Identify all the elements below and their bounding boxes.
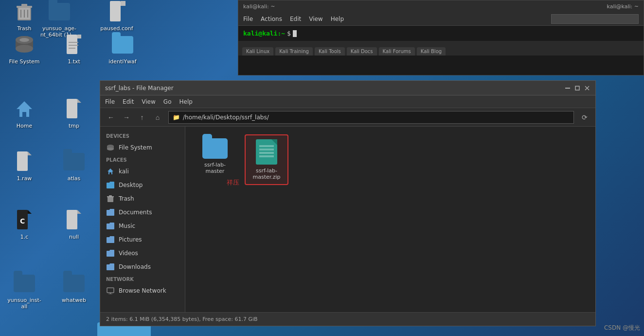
svg-rect-9 — [121, 1, 125, 6]
terminal-window: kali@kali: ~ kali@kali: ~ File Actions E… — [238, 0, 644, 75]
sidebar-item-filesystem[interactable]: File System — [100, 141, 185, 154]
terminal-menu-actions[interactable]: Actions — [261, 16, 282, 22]
terminal-search[interactable] — [551, 14, 639, 24]
desktop-icon-identiywaf[interactable]: identiYwaf — [103, 33, 142, 65]
terminal-tab-5[interactable]: Kali Blog — [417, 47, 446, 56]
sidebar-item-documents[interactable]: Documents — [100, 205, 185, 219]
file-manager-window: ssrf_labs - File Manager File Edit View … — [100, 80, 596, 326]
folder-icon — [106, 181, 115, 189]
terminal-menu-edit[interactable]: Edit — [290, 16, 301, 22]
desktop-icon-txt1[interactable]: 1.txt — [54, 33, 93, 65]
fm-titlebar: ssrf_labs - File Manager — [100, 81, 595, 95]
desktop-icon-raw1[interactable]: 1.raw — [5, 150, 44, 182]
svg-rect-24 — [17, 151, 28, 171]
sidebar-pictures-label: Pictures — [119, 236, 142, 243]
desktop-icon-null[interactable]: null — [54, 208, 93, 240]
file-item-ssrf-lab-master-zip[interactable]: ssrf-lab-master.zip — [245, 134, 288, 185]
desktop-icon-filesystem[interactable]: File System — [5, 33, 44, 65]
fm-menu-go[interactable]: Go — [163, 98, 172, 105]
fm-menu-help[interactable]: Help — [179, 98, 192, 105]
fm-maximize-button[interactable] — [574, 85, 581, 92]
svg-rect-17 — [77, 35, 81, 38]
watermark: CSDN @慢光 — [604, 324, 640, 332]
documents-folder-icon — [106, 208, 115, 217]
sidebar-item-downloads[interactable]: Downloads — [100, 260, 185, 274]
terminal-prompt: kali@kali:~ — [243, 30, 285, 37]
file-item-ssrf-lab-master[interactable]: ssrf-lab-master — [193, 134, 237, 185]
svg-rect-3 — [21, 4, 27, 6]
sidebar-documents-label: Documents — [119, 209, 152, 216]
sidebar-item-trash[interactable]: Trash — [100, 192, 185, 205]
svg-marker-38 — [107, 168, 113, 174]
sidebar-network-title: NETWORK — [100, 274, 185, 284]
terminal-body: kali@kali:~ $ — [238, 26, 644, 41]
terminal-tab-1[interactable]: Kali Training — [275, 47, 313, 56]
fm-minimize-button[interactable] — [564, 85, 571, 92]
fm-back-button[interactable]: ← — [104, 111, 118, 124]
fm-sidebar: DEVICES File System PLACES — [100, 127, 185, 312]
terminal-menu-file[interactable]: File — [243, 16, 253, 22]
desktop-icon-home[interactable]: Home — [5, 97, 44, 129]
svg-rect-7 — [110, 1, 121, 21]
pictures-folder-icon — [106, 235, 115, 244]
desktop-icon-tmp[interactable]: tmp — [54, 97, 93, 129]
svg-rect-15 — [67, 35, 77, 54]
fm-menu-view[interactable]: View — [142, 98, 155, 105]
fm-address-text: /home/kali/Desktop/ssrf_labs/ — [183, 114, 269, 121]
sidebar-item-desktop[interactable]: Desktop — [100, 178, 185, 192]
videos-folder-icon — [106, 249, 115, 258]
sidebar-downloads-label: Downloads — [119, 263, 151, 270]
terminal-menu-help[interactable]: Help — [331, 16, 344, 22]
sidebar-item-pictures[interactable]: Pictures — [100, 233, 185, 246]
terminal-tab-2[interactable]: Kali Tools — [315, 47, 345, 56]
terminal-menubar: File Actions Edit View Help — [238, 12, 644, 26]
sidebar-item-browse-network[interactable]: Browse Network — [100, 284, 185, 298]
desktop-icon-atlas[interactable]: atlas — [54, 150, 93, 182]
address-folder-icon: 📁 — [173, 114, 180, 121]
desktop-icon-trash-label: Trash — [17, 25, 31, 32]
music-folder-icon — [106, 222, 115, 230]
desktop-icon-atlas-label: atlas — [68, 175, 81, 182]
sidebar-item-videos[interactable]: Videos — [100, 246, 185, 260]
sidebar-browse-network-label: Browse Network — [119, 287, 166, 294]
fm-body: DEVICES File System PLACES — [100, 127, 595, 312]
svg-rect-31 — [565, 88, 570, 89]
fm-home-button[interactable]: ⌂ — [151, 111, 164, 124]
desktop-icon-yunsuo[interactable]: yunsuo_age-nt_64bit (1).... — [40, 0, 79, 38]
zip-stripes — [259, 145, 274, 159]
desktop-icon-home-label: Home — [17, 123, 32, 129]
fm-refresh-button[interactable]: ⟳ — [578, 111, 591, 124]
desktop-icon-identiywaf-label: identiYwaf — [108, 58, 136, 65]
fm-forward-button[interactable]: → — [120, 111, 133, 124]
desktop-icon-txt1-label: 1.txt — [68, 58, 80, 65]
terminal-menu-view[interactable]: View — [309, 16, 322, 22]
desktop-icon-c1[interactable]: C 1.c — [5, 208, 44, 240]
sidebar-item-kali[interactable]: kali — [100, 165, 185, 178]
desktop-icon-filesystem-label: File System — [9, 58, 40, 65]
desktop-icon-trash[interactable]: Trash — [5, 0, 44, 32]
sidebar-filesystem-label: File System — [119, 144, 152, 151]
downloads-folder-icon — [106, 262, 115, 271]
terminal-tab-4[interactable]: Kali Forums — [379, 47, 415, 56]
svg-point-14 — [19, 38, 29, 42]
sidebar-item-music[interactable]: Music — [100, 219, 185, 233]
desktop-icon-yunsuo2-label: yunsuo_inst-all — [5, 297, 44, 310]
desktop-icon-yunsuo2[interactable]: yunsuo_inst-all — [5, 272, 44, 310]
svg-rect-22 — [67, 99, 77, 118]
fm-address-bar[interactable]: 📁 /home/kali/Desktop/ssrf_labs/ — [168, 111, 574, 124]
fm-menu-edit[interactable]: Edit — [123, 98, 134, 105]
zip-file-icon — [256, 139, 277, 165]
fm-controls — [564, 85, 590, 92]
home-icon — [106, 167, 115, 176]
desktop-icon-paused[interactable]: paused.conf — [97, 0, 136, 32]
fm-close-button[interactable] — [584, 85, 590, 92]
desktop: Trash yunsuo_age-nt_64bit (1).... paused… — [0, 0, 644, 336]
fm-menu-file[interactable]: File — [105, 98, 115, 105]
terminal-tab-3[interactable]: Kali Docs — [347, 47, 377, 56]
svg-point-12 — [16, 45, 33, 53]
desktop-icon-whatweb[interactable]: whatweb — [54, 272, 93, 303]
fm-menubar: File Edit View Go Help — [100, 95, 595, 108]
fm-up-button[interactable]: ↑ — [135, 111, 149, 124]
desktop-icon-c1-label: 1.c — [20, 234, 29, 240]
terminal-tab-0[interactable]: Kali Linux — [242, 47, 273, 56]
